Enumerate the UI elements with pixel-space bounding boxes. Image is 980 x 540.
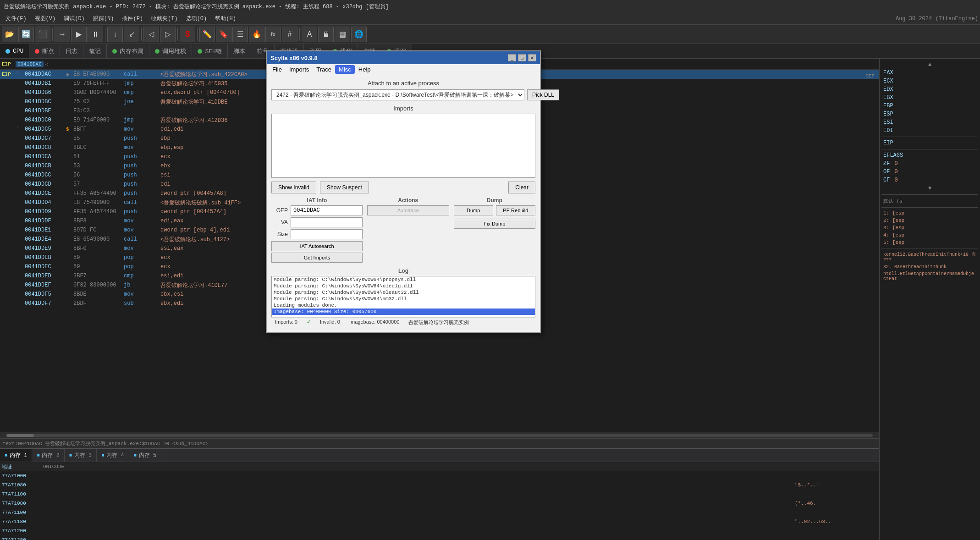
arrow-0: └ xyxy=(16,72,25,77)
toolbar-bookmark[interactable]: 🔖 xyxy=(216,27,231,42)
scylla-autotrace-btn[interactable]: Autotrace xyxy=(367,205,449,215)
toolbar-back[interactable]: ◁ xyxy=(143,27,159,42)
tab-cpu[interactable]: CPU xyxy=(0,44,29,58)
mem-row-4[interactable]: 77A71100 xyxy=(0,508,879,517)
scylla-close-btn[interactable]: ✕ xyxy=(528,54,536,61)
tab-notes[interactable]: 笔记 xyxy=(83,44,107,58)
scylla-iat-autosearch-btn[interactable]: IAT Autosearch xyxy=(271,241,363,251)
toolbar-forward[interactable]: ▷ xyxy=(160,27,176,42)
menu-favorites[interactable]: 收藏夹(I) xyxy=(148,14,182,23)
menu-plugins[interactable]: 插件(P) xyxy=(118,14,147,23)
toolbar-restart[interactable]: 🔄 xyxy=(18,27,34,42)
scylla-menu-imports[interactable]: Imports xyxy=(286,65,313,74)
disasm-bytes-19: 8BF0 xyxy=(73,245,124,252)
toolbar-globe[interactable]: 🌐 xyxy=(351,27,367,42)
mem-tab-1[interactable]: ■ 内存 1 xyxy=(0,449,32,462)
scylla-show-suspect-btn[interactable]: Show Suspect xyxy=(320,182,369,193)
toolbar-s[interactable]: S xyxy=(180,27,195,42)
scylla-show-invalid-btn[interactable]: Show Invalid xyxy=(271,182,316,193)
eip-arrow: ◁ xyxy=(45,61,48,67)
h-scrollbar[interactable] xyxy=(0,432,879,438)
scylla-menu-misc[interactable]: Misc xyxy=(335,65,355,74)
toolbar-step-into[interactable]: ↓ xyxy=(107,27,123,42)
menu-help[interactable]: 帮助(H) xyxy=(211,14,240,23)
toolbar-pause[interactable]: ⏸ xyxy=(88,27,103,42)
mem-tab-5[interactable]: ■ 内存 5 xyxy=(129,449,161,462)
reg-sep-5 xyxy=(881,248,978,248)
toolbar-step-out[interactable]: ↙ xyxy=(124,27,139,42)
scylla-imports-area[interactable] xyxy=(271,114,535,178)
mem-ascii-1: "$..*.." xyxy=(795,482,877,488)
scylla-pe-rebuild-btn[interactable]: PE Rebuild xyxy=(496,205,535,215)
scylla-menu-file[interactable]: File xyxy=(269,65,286,74)
scylla-oep-input[interactable] xyxy=(291,205,363,215)
mem-row-6[interactable]: 77A71200 xyxy=(0,526,879,535)
scylla-dump-btn[interactable]: Dump xyxy=(454,205,493,215)
toolbar-mem[interactable]: 🖥 xyxy=(318,27,334,42)
scylla-maximize-btn[interactable]: □ xyxy=(518,54,526,61)
tab-script[interactable]: 脚本 xyxy=(228,44,251,58)
scylla-va-row: VA xyxy=(271,217,363,227)
scylla-log-area[interactable]: Module parsing: C:\Windows\SysWOW64\prop… xyxy=(271,276,535,317)
menu-options[interactable]: 选项(O) xyxy=(182,14,211,23)
menu-view[interactable]: 视图(V) xyxy=(31,14,60,23)
mem-tab-3[interactable]: ■ 内存 3 xyxy=(65,449,97,462)
disasm-addr-13: 0041DDCE xyxy=(25,190,66,197)
scylla-menu-help[interactable]: Help xyxy=(355,65,374,74)
mem-row-2[interactable]: 77A71100 xyxy=(0,490,879,499)
scylla-size-input[interactable] xyxy=(291,229,363,239)
tab-callstack[interactable]: 调用堆栈 xyxy=(149,44,192,58)
scylla-process-select[interactable]: 2472 - 吾爱破解论坛学习脱壳实例_aspack.exe - D:\Soft… xyxy=(271,89,524,100)
disasm-bytes-20: 59 xyxy=(73,254,124,261)
toolbar-pencil[interactable]: ✏️ xyxy=(199,27,215,42)
mem-addr-7: 77A71280 xyxy=(2,537,43,540)
tab-cpu-label: CPU xyxy=(13,48,23,55)
mem-tab-4-label: 内存 4 xyxy=(106,452,124,459)
mem-tab-2[interactable]: ■ 内存 2 xyxy=(32,449,64,462)
scylla-clear-btn[interactable]: Clear xyxy=(508,182,535,193)
mem-row-7[interactable]: 77A71280 xyxy=(0,535,879,540)
disasm-bytes-9: 51 xyxy=(73,154,124,160)
reg-scroll-down[interactable]: ▼ xyxy=(881,184,978,193)
tab-log[interactable]: 日志 xyxy=(60,44,83,58)
log-row-5: Imagebase: 00400000 Size: 00057000 xyxy=(272,309,535,315)
disasm-addr-22: 0041DDED xyxy=(25,273,66,279)
toolbar-step-over[interactable]: → xyxy=(55,27,70,42)
mem-row-3[interactable]: 77A71080 (*..46. xyxy=(0,499,879,508)
toolbar-run[interactable]: ▶ xyxy=(71,27,87,42)
scylla-va-input[interactable] xyxy=(291,217,363,227)
disasm-status-text: text:0041DDAC 吾爱破解论坛学习脱壳实例_aspack.exe:$1… xyxy=(3,441,209,446)
scylla-pick-dll-btn[interactable]: Pick DLL xyxy=(527,89,559,100)
reg-sep-4 xyxy=(881,207,978,208)
scylla-log-label: Log xyxy=(271,268,535,274)
toolbar-fx[interactable]: fx xyxy=(265,27,281,42)
toolbar-grid[interactable]: ▦ xyxy=(335,27,350,42)
mem-row-1[interactable]: 77A71080 "$..*.." xyxy=(0,480,879,490)
scylla-minimize-btn[interactable]: _ xyxy=(508,54,516,61)
menu-file[interactable]: 文件(F) xyxy=(2,14,30,23)
mem-tab-4[interactable]: ■ 内存 4 xyxy=(97,449,129,462)
tab-breakpoints[interactable]: 断点 xyxy=(29,44,60,58)
reg-sep-2 xyxy=(881,149,978,149)
call-1: 1: [esp xyxy=(881,209,978,217)
reg-ebp: EBP xyxy=(881,102,978,110)
mem-row-0[interactable]: 77A71000 xyxy=(0,471,879,480)
toolbar-close[interactable]: ⬛ xyxy=(35,27,50,42)
reg-scroll-up[interactable]: ▲ xyxy=(881,61,978,69)
tab-memory-layout[interactable]: 内存布局 xyxy=(107,44,149,58)
scylla-fix-dump-btn[interactable]: Fix Dump xyxy=(454,219,536,229)
scylla-title: Scylla x86 v0.9.8 xyxy=(270,55,318,61)
toolbar-hash[interactable]: # xyxy=(282,27,297,42)
scylla-get-imports-btn[interactable]: Get Imports xyxy=(271,253,363,263)
toolbar-font[interactable]: A xyxy=(302,27,317,42)
memory-content[interactable]: 地址 UNICODE 77A71000 77A71080 "$..*.." 77… xyxy=(0,462,879,540)
toolbar-flame[interactable]: 🔥 xyxy=(249,27,264,42)
tab-seh[interactable]: SEH链 xyxy=(192,44,227,58)
menu-debug[interactable]: 调试(D) xyxy=(60,14,88,23)
menu-trace[interactable]: 跟踪(N) xyxy=(89,14,118,23)
mem-row-5[interactable]: 77A71180 "..02...68.. xyxy=(0,517,879,526)
toolbar-list[interactable]: ☰ xyxy=(232,27,248,42)
disasm-addr-16: 0041DDDF xyxy=(25,218,66,224)
toolbar-open[interactable]: 📂 xyxy=(2,27,17,42)
scylla-menu-trace[interactable]: Trace xyxy=(313,65,335,74)
